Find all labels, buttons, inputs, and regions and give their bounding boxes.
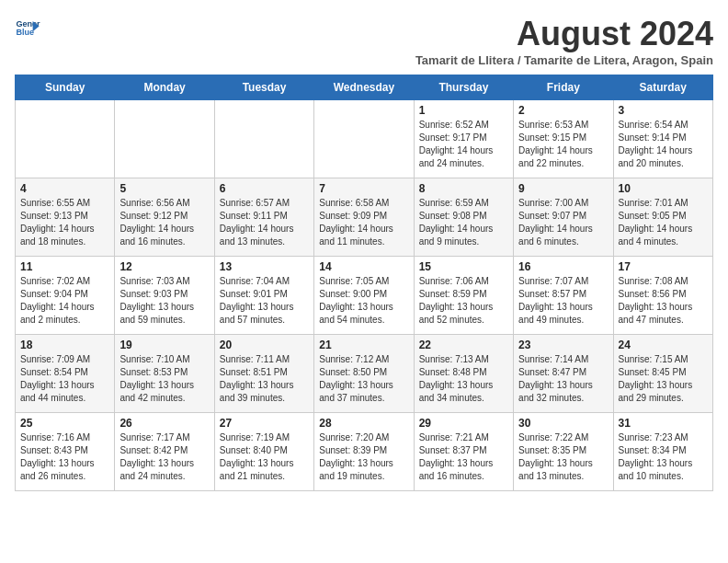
table-row [314, 100, 414, 178]
day-number: 21 [319, 339, 408, 351]
table-row: 2Sunrise: 6:53 AMSunset: 9:15 PMDaylight… [514, 100, 613, 178]
day-info: Sunrise: 7:13 AMSunset: 8:48 PMDaylight:… [419, 353, 508, 405]
day-info: Sunrise: 7:21 AMSunset: 8:37 PMDaylight:… [419, 431, 508, 483]
day-info: Sunrise: 7:02 AMSunset: 9:04 PMDaylight:… [20, 275, 109, 327]
day-info: Sunrise: 7:17 AMSunset: 8:42 PMDaylight:… [119, 431, 209, 483]
day-info: Sunrise: 7:03 AMSunset: 9:03 PMDaylight:… [119, 275, 209, 327]
day-number: 27 [220, 417, 309, 430]
col-tuesday: Tuesday [214, 75, 313, 100]
day-number: 16 [518, 260, 608, 273]
table-row: 3Sunrise: 6:54 AMSunset: 9:14 PMDaylight… [613, 100, 712, 178]
day-number: 20 [220, 339, 309, 351]
col-wednesday: Wednesday [314, 75, 414, 100]
day-number: 13 [220, 260, 309, 273]
table-row: 30Sunrise: 7:22 AMSunset: 8:35 PMDayligh… [514, 413, 613, 491]
table-row: 15Sunrise: 7:06 AMSunset: 8:59 PMDayligh… [414, 257, 513, 335]
calendar-table: Sunday Monday Tuesday Wednesday Thursday… [15, 75, 713, 491]
day-number: 9 [518, 182, 608, 195]
day-info: Sunrise: 6:57 AMSunset: 9:11 PMDaylight:… [220, 197, 309, 248]
table-row: 27Sunrise: 7:19 AMSunset: 8:40 PMDayligh… [214, 413, 313, 491]
subtitle: Tamarit de Llitera / Tamarite de Litera,… [415, 53, 713, 67]
table-row: 28Sunrise: 7:20 AMSunset: 8:39 PMDayligh… [314, 413, 414, 491]
day-number: 10 [619, 182, 708, 195]
table-row: 9Sunrise: 7:00 AMSunset: 9:07 PMDaylight… [514, 178, 613, 257]
day-info: Sunrise: 7:00 AMSunset: 9:07 PMDaylight:… [518, 197, 608, 248]
day-number: 19 [119, 339, 209, 351]
day-info: Sunrise: 7:09 AMSunset: 8:54 PMDaylight:… [20, 353, 109, 405]
calendar-week-row: 4Sunrise: 6:55 AMSunset: 9:13 PMDaylight… [16, 178, 713, 257]
col-thursday: Thursday [414, 75, 513, 100]
main-title: August 2024 [415, 15, 713, 53]
day-info: Sunrise: 7:19 AMSunset: 8:40 PMDaylight:… [220, 431, 309, 483]
col-sunday: Sunday [16, 75, 115, 100]
day-number: 22 [419, 339, 508, 351]
day-number: 11 [20, 260, 109, 273]
col-monday: Monday [115, 75, 214, 100]
day-info: Sunrise: 7:10 AMSunset: 8:53 PMDaylight:… [119, 353, 209, 405]
day-info: Sunrise: 6:55 AMSunset: 9:13 PMDaylight:… [20, 197, 109, 248]
day-info: Sunrise: 7:11 AMSunset: 8:51 PMDaylight:… [220, 353, 309, 405]
calendar-week-row: 1Sunrise: 6:52 AMSunset: 9:17 PMDaylight… [16, 100, 713, 178]
day-number: 25 [20, 417, 109, 430]
table-row: 7Sunrise: 6:58 AMSunset: 9:09 PMDaylight… [314, 178, 414, 257]
col-saturday: Saturday [613, 75, 712, 100]
day-number: 1 [419, 104, 508, 117]
day-info: Sunrise: 7:23 AMSunset: 8:34 PMDaylight:… [619, 431, 708, 483]
day-info: Sunrise: 7:14 AMSunset: 8:47 PMDaylight:… [518, 353, 608, 405]
day-number: 3 [619, 104, 708, 117]
table-row: 12Sunrise: 7:03 AMSunset: 9:03 PMDayligh… [115, 257, 214, 335]
day-number: 4 [20, 182, 109, 195]
table-row: 17Sunrise: 7:08 AMSunset: 8:56 PMDayligh… [613, 257, 712, 335]
day-number: 24 [619, 339, 708, 351]
table-row: 22Sunrise: 7:13 AMSunset: 8:48 PMDayligh… [414, 335, 513, 413]
day-number: 7 [319, 182, 408, 195]
day-info: Sunrise: 6:59 AMSunset: 9:08 PMDaylight:… [419, 197, 508, 248]
col-friday: Friday [514, 75, 613, 100]
header: General Blue August 2024 Tamarit de Llit… [15, 15, 713, 67]
day-info: Sunrise: 7:16 AMSunset: 8:43 PMDaylight:… [20, 431, 109, 483]
day-number: 23 [518, 339, 608, 351]
day-info: Sunrise: 7:07 AMSunset: 8:57 PMDaylight:… [518, 275, 608, 327]
day-info: Sunrise: 7:15 AMSunset: 8:45 PMDaylight:… [619, 353, 708, 405]
day-info: Sunrise: 7:04 AMSunset: 9:01 PMDaylight:… [220, 275, 309, 327]
day-info: Sunrise: 6:53 AMSunset: 9:15 PMDaylight:… [518, 119, 608, 170]
day-info: Sunrise: 7:01 AMSunset: 9:05 PMDaylight:… [619, 197, 708, 248]
table-row: 10Sunrise: 7:01 AMSunset: 9:05 PMDayligh… [613, 178, 712, 257]
day-number: 17 [619, 260, 708, 273]
day-info: Sunrise: 7:12 AMSunset: 8:50 PMDaylight:… [319, 353, 408, 405]
day-info: Sunrise: 7:05 AMSunset: 9:00 PMDaylight:… [319, 275, 408, 327]
table-row: 21Sunrise: 7:12 AMSunset: 8:50 PMDayligh… [314, 335, 414, 413]
table-row: 4Sunrise: 6:55 AMSunset: 9:13 PMDaylight… [16, 178, 115, 257]
table-row: 6Sunrise: 6:57 AMSunset: 9:11 PMDaylight… [214, 178, 313, 257]
day-number: 2 [518, 104, 608, 117]
day-number: 29 [419, 417, 508, 430]
table-row: 31Sunrise: 7:23 AMSunset: 8:34 PMDayligh… [613, 413, 712, 491]
day-info: Sunrise: 6:58 AMSunset: 9:09 PMDaylight:… [319, 197, 408, 248]
day-info: Sunrise: 7:20 AMSunset: 8:39 PMDaylight:… [319, 431, 408, 483]
table-row: 11Sunrise: 7:02 AMSunset: 9:04 PMDayligh… [16, 257, 115, 335]
table-row: 25Sunrise: 7:16 AMSunset: 8:43 PMDayligh… [16, 413, 115, 491]
calendar-week-row: 18Sunrise: 7:09 AMSunset: 8:54 PMDayligh… [16, 335, 713, 413]
header-row: Sunday Monday Tuesday Wednesday Thursday… [16, 75, 713, 100]
day-info: Sunrise: 6:52 AMSunset: 9:17 PMDaylight:… [419, 119, 508, 170]
logo: General Blue [15, 15, 40, 40]
table-row: 18Sunrise: 7:09 AMSunset: 8:54 PMDayligh… [16, 335, 115, 413]
table-row: 16Sunrise: 7:07 AMSunset: 8:57 PMDayligh… [514, 257, 613, 335]
svg-text:Blue: Blue [16, 28, 34, 37]
day-number: 31 [619, 417, 708, 430]
day-number: 5 [119, 182, 209, 195]
table-row: 26Sunrise: 7:17 AMSunset: 8:42 PMDayligh… [115, 413, 214, 491]
day-info: Sunrise: 6:56 AMSunset: 9:12 PMDaylight:… [119, 197, 209, 248]
calendar-week-row: 11Sunrise: 7:02 AMSunset: 9:04 PMDayligh… [16, 257, 713, 335]
day-number: 8 [419, 182, 508, 195]
table-row: 14Sunrise: 7:05 AMSunset: 9:00 PMDayligh… [314, 257, 414, 335]
logo-icon: General Blue [15, 15, 40, 40]
table-row: 19Sunrise: 7:10 AMSunset: 8:53 PMDayligh… [115, 335, 214, 413]
table-row [115, 100, 214, 178]
day-number: 12 [119, 260, 209, 273]
day-info: Sunrise: 7:22 AMSunset: 8:35 PMDaylight:… [518, 431, 608, 483]
day-number: 30 [518, 417, 608, 430]
title-section: August 2024 Tamarit de Llitera / Tamarit… [415, 15, 713, 67]
table-row: 13Sunrise: 7:04 AMSunset: 9:01 PMDayligh… [214, 257, 313, 335]
table-row [16, 100, 115, 178]
